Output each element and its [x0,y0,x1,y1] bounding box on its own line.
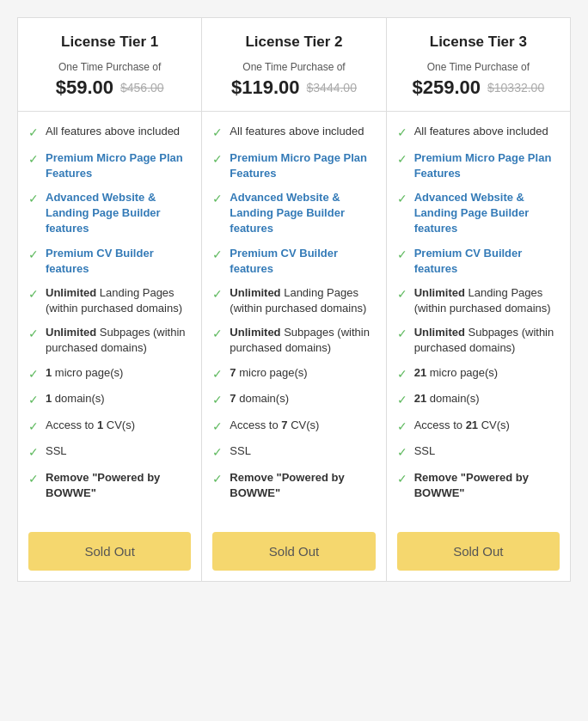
checkmark-icon: ✓ [212,247,223,264]
checkmark-icon: ✓ [397,191,407,208]
checkmark-icon: ✓ [212,151,223,168]
list-item: ✓Access to 21 CV(s) [397,418,560,436]
feature-text-2-11: Remove "Powered by BOWWE" [230,470,375,501]
purchase-label-2: One Time Purchase of [214,61,373,73]
price-row-2: $119.00$3444.00 [214,76,373,99]
checkmark-icon: ✓ [212,125,223,142]
checkmark-icon: ✓ [28,125,39,142]
features-list-3: ✓All features above included✓Premium Mic… [387,112,570,522]
checkmark-icon: ✓ [212,419,223,436]
list-item: ✓Advanced Website & Landing Page Builder… [212,190,375,237]
list-item: ✓SSL [212,443,375,461]
feature-text-2-4: Premium CV Builder features [230,246,375,277]
feature-text-1-5: Unlimited Landing Pages (within purchase… [46,285,191,316]
feature-link[interactable]: Premium CV Builder features [46,247,154,275]
sold-out-button-3[interactable]: Sold Out [397,532,560,571]
checkmark-icon: ✓ [28,392,39,409]
feature-link[interactable]: Advanced Website & Landing Page Builder … [46,191,161,235]
feature-text-1-11: Remove "Powered by BOWWE" [46,470,191,501]
checkmark-icon: ✓ [28,191,39,208]
checkmark-icon: ✓ [397,125,407,142]
list-item: ✓SSL [28,443,191,461]
feature-text-1-4: Premium CV Builder features [46,246,191,277]
checkmark-icon: ✓ [28,366,39,383]
feature-text-1-10: SSL [46,443,67,459]
list-item: ✓Premium Micro Page Plan Features [397,150,560,181]
list-item: ✓All features above included [28,124,191,142]
feature-link[interactable]: Premium Micro Page Plan Features [46,151,183,180]
checkmark-icon: ✓ [28,444,39,461]
list-item: ✓Remove "Powered by BOWWE" [212,470,375,501]
feature-text-2-3: Advanced Website & Landing Page Builder … [230,190,375,237]
feature-text-1-7: 1 micro page(s) [46,365,123,381]
list-item: ✓21 micro page(s) [397,365,560,383]
feature-text-1-6: Unlimited Subpages (within purchased dom… [46,325,191,356]
list-item: ✓Unlimited Landing Pages (within purchas… [212,285,375,316]
list-item: ✓Premium CV Builder features [28,246,191,277]
checkmark-icon: ✓ [212,326,223,343]
price-current-1: $59.00 [56,76,113,99]
list-item: ✓Unlimited Landing Pages (within purchas… [397,285,560,316]
tier-title-1: License Tier 1 [30,34,189,51]
list-item: ✓7 micro page(s) [212,365,375,383]
features-list-2: ✓All features above included✓Premium Mic… [202,112,385,522]
feature-link[interactable]: Premium Micro Page Plan Features [414,151,552,180]
pricing-card-1: License Tier 1One Time Purchase of$59.00… [17,17,202,582]
purchase-label-3: One Time Purchase of [399,61,558,73]
feature-text-3-4: Premium CV Builder features [414,246,560,277]
checkmark-icon: ✓ [212,471,223,488]
checkmark-icon: ✓ [28,286,39,303]
checkmark-icon: ✓ [397,286,407,303]
feature-text-3-2: Premium Micro Page Plan Features [414,150,560,181]
feature-link[interactable]: Premium Micro Page Plan Features [230,151,367,180]
price-row-1: $59.00$456.00 [30,76,189,99]
checkmark-icon: ✓ [397,326,407,343]
feature-text-2-7: 7 micro page(s) [230,365,307,381]
feature-text-3-10: SSL [414,443,436,459]
pricing-card-3: License Tier 3One Time Purchase of$259.0… [387,17,571,582]
sold-out-button-1[interactable]: Sold Out [28,532,191,571]
feature-text-3-8: 21 domain(s) [414,391,480,406]
feature-link[interactable]: Advanced Website & Landing Page Builder … [414,191,530,235]
checkmark-icon: ✓ [397,471,407,488]
list-item: ✓7 domain(s) [212,391,375,409]
card-header-2: License Tier 2One Time Purchase of$119.0… [202,18,385,112]
price-current-3: $259.00 [412,76,481,99]
list-item: ✓1 domain(s) [28,391,191,409]
feature-text-2-1: All features above included [230,124,364,139]
feature-link[interactable]: Advanced Website & Landing Page Builder … [230,191,345,235]
checkmark-icon: ✓ [397,444,407,461]
price-original-2: $3444.00 [307,81,357,95]
feature-text-3-9: Access to 21 CV(s) [414,418,510,433]
feature-link[interactable]: Premium CV Builder features [230,247,338,275]
feature-text-1-3: Advanced Website & Landing Page Builder … [46,190,191,237]
feature-text-2-6: Unlimited Subpages (within purchased dom… [230,325,375,356]
checkmark-icon: ✓ [28,471,39,488]
feature-text-2-8: 7 domain(s) [230,391,289,406]
features-list-1: ✓All features above included✓Premium Mic… [18,112,201,522]
price-current-2: $119.00 [231,76,300,99]
pricing-table: License Tier 1One Time Purchase of$59.00… [17,17,571,582]
list-item: ✓Unlimited Subpages (within purchased do… [28,325,191,356]
checkmark-icon: ✓ [397,419,407,436]
card-header-1: License Tier 1One Time Purchase of$59.00… [18,18,201,112]
price-row-3: $259.00$10332.00 [399,76,558,99]
price-original-1: $456.00 [120,81,164,95]
feature-text-1-1: All features above included [46,124,180,139]
sold-out-button-2[interactable]: Sold Out [212,532,375,571]
checkmark-icon: ✓ [212,191,223,208]
list-item: ✓All features above included [397,124,560,142]
feature-text-3-1: All features above included [414,124,548,139]
feature-link[interactable]: Premium CV Builder features [414,247,523,275]
tier-title-2: License Tier 2 [214,34,373,51]
feature-text-2-5: Unlimited Landing Pages (within purchase… [230,285,375,316]
list-item: ✓Premium Micro Page Plan Features [28,150,191,181]
checkmark-icon: ✓ [28,419,39,436]
list-item: ✓Premium Micro Page Plan Features [212,150,375,181]
checkmark-icon: ✓ [212,392,223,409]
list-item: ✓Unlimited Subpages (within purchased do… [212,325,375,356]
feature-text-1-8: 1 domain(s) [46,391,105,406]
feature-text-2-2: Premium Micro Page Plan Features [230,150,375,181]
checkmark-icon: ✓ [397,247,407,264]
feature-text-3-7: 21 micro page(s) [414,365,499,381]
